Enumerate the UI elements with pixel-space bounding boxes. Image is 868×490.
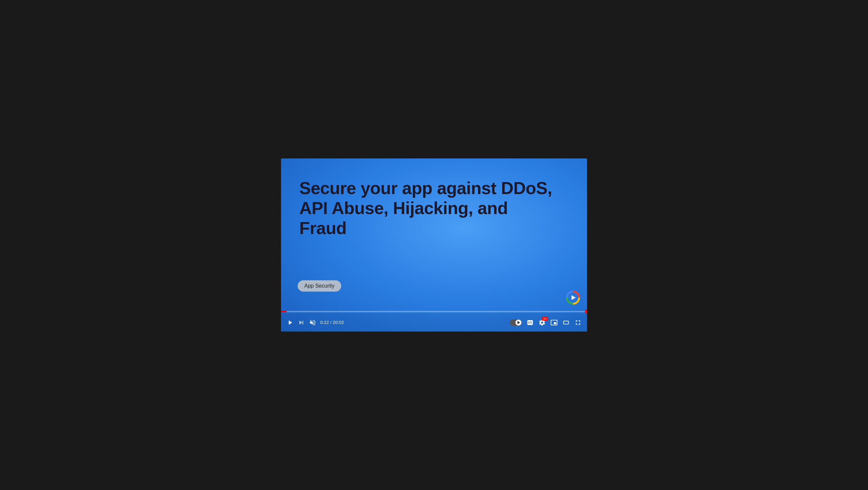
captions-button[interactable] (526, 319, 534, 326)
hd-badge: HD (542, 317, 548, 321)
controls-right: HD (510, 319, 582, 326)
miniplayer-button[interactable] (550, 319, 558, 326)
controls-left: 0:22 / 20:02 (286, 319, 510, 326)
play-button[interactable] (286, 319, 293, 326)
autoplay-track (510, 319, 522, 326)
time-display: 0:22 / 20:02 (320, 320, 344, 325)
current-time: 0:22 (320, 320, 329, 325)
google-logo (566, 290, 580, 305)
time-separator: / (330, 320, 333, 325)
progress-bar-track[interactable] (281, 311, 587, 312)
theater-mode-button[interactable] (562, 319, 570, 326)
settings-button[interactable]: HD (538, 319, 546, 326)
video-title: Secure your app against DDoS, API Abuse,… (299, 178, 554, 238)
video-player[interactable]: Secure your app against DDoS, API Abuse,… (281, 158, 587, 332)
progress-fill (281, 311, 287, 312)
fullscreen-button[interactable] (575, 319, 582, 326)
mute-button[interactable] (309, 319, 316, 326)
controls-bar: 0:22 / 20:02 (281, 313, 587, 332)
chapter-label: App Security (304, 283, 335, 289)
total-time: 20:02 (333, 320, 344, 325)
autoplay-knob (516, 320, 522, 325)
next-video-button[interactable] (298, 319, 305, 326)
autoplay-toggle[interactable] (510, 319, 522, 326)
autoplay-play-icon (518, 321, 520, 324)
chapter-pill[interactable]: App Security (298, 280, 341, 292)
